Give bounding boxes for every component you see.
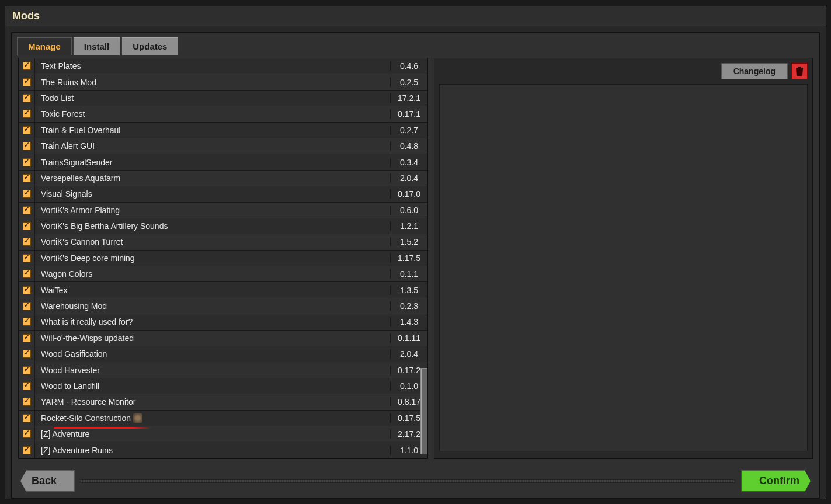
mod-checkbox[interactable] [23,334,31,342]
mod-checkbox[interactable] [23,222,31,230]
mod-row[interactable]: [Z] Adventure2.17.2 [19,426,427,442]
mod-checkbox[interactable] [23,286,31,294]
mod-checkbox[interactable] [23,94,31,102]
mod-row[interactable]: Rocket-Silo Construction0.17.5 [19,411,427,426]
mod-row[interactable]: Todo List17.2.1 [19,91,427,106]
mod-checkbox[interactable] [23,206,31,214]
mod-checkbox[interactable] [23,110,31,118]
checkbox-cell [19,106,35,121]
mod-name: YARM - Resource Monitor [35,397,390,406]
mod-version: 1.4.3 [390,317,427,326]
mod-name: Toxic Forest [35,109,390,119]
tab-updates[interactable]: Updates [121,37,178,55]
mod-version: 0.17.0 [390,189,427,199]
confirm-button[interactable]: Confirm [741,470,811,492]
mod-version: 1.17.5 [390,253,427,263]
mod-row[interactable]: TrainsSignalSender0.3.4 [19,154,427,170]
window-title: Mods [12,10,819,22]
mod-version: 1.3.5 [390,286,427,295]
mod-checkbox[interactable] [23,174,31,182]
scrollbar-thumb[interactable] [420,368,427,454]
checkbox-cell [19,123,35,138]
changelog-button[interactable]: Changelog [721,63,788,79]
mod-version: 0.1.1 [390,269,427,279]
tab-install[interactable]: Install [73,37,120,55]
checkbox-cell [19,171,35,186]
mod-row[interactable]: WaiTex1.3.5 [19,282,427,298]
mod-row[interactable]: The Ruins Mod0.2.5 [19,74,427,90]
checkbox-cell [19,186,35,201]
mod-checkbox[interactable] [23,382,31,390]
mod-checkbox[interactable] [23,366,31,374]
mod-row[interactable]: VortiK's Deep core mining1.17.5 [19,251,427,266]
mod-checkbox[interactable] [23,270,31,278]
mod-row[interactable]: What is it really used for?1.4.3 [19,314,427,330]
mod-row[interactable]: Wagon Colors0.1.1 [19,266,427,282]
mod-name: Versepelles Aquafarm [35,173,390,183]
mod-row[interactable]: Wood to Landfill0.1.0 [19,378,427,394]
mod-name: Visual Signals [35,189,390,199]
mod-version: 0.2.7 [390,126,427,135]
mod-checkbox[interactable] [23,398,31,406]
mod-checkbox[interactable] [23,254,31,262]
mod-checkbox[interactable] [23,318,31,326]
delete-button[interactable] [791,63,808,79]
mod-row[interactable]: Versepelles Aquafarm2.0.4 [19,171,427,186]
mod-row[interactable]: Text Plates0.4.6 [19,58,427,74]
mod-version: 2.0.4 [390,349,427,359]
mod-checkbox[interactable] [23,302,31,310]
mod-checkbox[interactable] [23,350,31,358]
detail-body [439,84,808,451]
mod-checkbox[interactable] [23,62,31,70]
mod-checkbox[interactable] [23,446,31,454]
checkbox-cell [19,266,35,281]
mod-checkbox[interactable] [23,142,31,150]
mod-name: VortiK's Cannon Turret [35,237,390,246]
mod-name: Wood Harvester [35,366,390,375]
mod-icon [133,413,142,423]
mod-row[interactable]: Visual Signals0.17.0 [19,186,427,202]
mod-row[interactable]: Wood Gasification2.0.4 [19,346,427,362]
mod-checkbox[interactable] [23,158,31,166]
mod-row[interactable]: Toxic Forest0.17.1 [19,106,427,122]
mod-checkbox[interactable] [23,190,31,198]
mod-row[interactable]: [Z] Adventure Ruins1.1.0 [19,442,427,458]
drag-spacer [81,479,735,483]
checkbox-cell [19,426,35,442]
detail-header: Changelog [439,63,808,79]
mod-version: 0.17.1 [390,109,427,119]
checkbox-cell [19,234,35,249]
checkbox-cell [19,203,35,218]
mod-checkbox[interactable] [23,414,31,422]
mod-row[interactable]: Will-o'-the-Wisps updated0.1.11 [19,331,427,346]
back-button[interactable]: Back [20,470,75,492]
mod-checkbox[interactable] [23,238,31,246]
mod-version: 2.0.4 [390,173,427,183]
tab-manage[interactable]: Manage [17,37,72,55]
detail-panel: Changelog [434,58,813,459]
mod-version: 0.4.6 [390,61,427,71]
mod-row[interactable]: Train & Fuel Overhaul0.2.7 [19,123,427,138]
checkbox-cell [19,411,35,426]
mod-list-container: Text Plates0.4.6The Ruins Mod0.2.5Todo L… [18,58,428,459]
mod-version: 0.2.5 [390,78,427,87]
checkbox-cell [19,154,35,169]
mod-name: What is it really used for? [35,317,390,326]
mod-checkbox[interactable] [23,430,31,438]
mod-checkbox[interactable] [23,126,31,134]
mod-checkbox[interactable] [23,78,31,86]
mod-row[interactable]: VortiK's Armor Plating0.6.0 [19,203,427,218]
mod-name: Train & Fuel Overhaul [35,126,390,135]
mod-row[interactable]: Wood Harvester0.17.2 [19,362,427,378]
mod-version: 1.2.1 [390,221,427,231]
mod-row[interactable]: VortiK's Cannon Turret1.5.2 [19,234,427,250]
mod-row[interactable]: Train Alert GUI0.4.8 [19,138,427,154]
checkbox-cell [19,74,35,89]
mod-row[interactable]: Warehousing Mod0.2.3 [19,298,427,314]
mod-name: VortiK's Armor Plating [35,206,390,215]
checkbox-cell [19,346,35,362]
mod-row[interactable]: VortiK's Big Bertha Artillery Sounds1.2.… [19,218,427,234]
mod-row[interactable]: YARM - Resource Monitor0.8.17 [19,394,427,410]
mod-name: TrainsSignalSender [35,158,390,167]
mods-window: Mods Manage Install Updates Text Plates0… [5,6,826,499]
